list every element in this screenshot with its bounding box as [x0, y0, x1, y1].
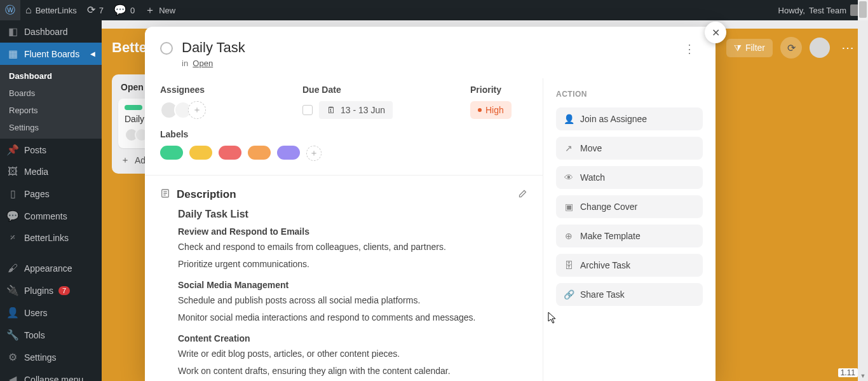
submenu-dashboard[interactable]: Dashboard [0, 67, 102, 85]
updates-link[interactable]: ⟳7 [82, 0, 109, 20]
desc-paragraph: Monitor social media interactions and re… [178, 311, 527, 324]
label-chip[interactable] [189, 146, 212, 160]
menu-media[interactable]: 🖾Media [0, 161, 102, 183]
action-make-template[interactable]: ⊕Make Template [556, 225, 703, 247]
task-modal: Daily Task in Open ⋮ Assignees ＋ Due Dat… [145, 27, 715, 381]
action-watch[interactable]: 👁Watch [556, 166, 703, 189]
updates-count: 7 [99, 6, 104, 15]
archive-icon: 🗄 [564, 260, 574, 270]
priority-dot-icon [478, 108, 482, 112]
action-move[interactable]: ↗Move [556, 137, 703, 160]
task-location: in Open [182, 59, 670, 68]
pin-icon: 📌 [6, 144, 19, 156]
brush-icon: 🖌 [6, 263, 19, 274]
desc-list-title: Daily Task List [178, 209, 527, 220]
menu-pages[interactable]: ▯Pages [0, 183, 102, 205]
menu-posts[interactable]: 📌Posts [0, 139, 102, 161]
menu-settings[interactable]: ⚙Settings [0, 346, 102, 368]
labels-row: ＋ [160, 146, 527, 161]
menu-fluent-boards[interactable]: ▦Fluent Boards◀ [0, 43, 102, 65]
task-title[interactable]: Daily Task [182, 39, 670, 56]
wp-admin-sidebar: ◧Dashboard ▦Fluent Boards◀ Dashboard Boa… [0, 20, 102, 381]
desc-paragraph: Work on content drafts, ensuring they al… [178, 364, 527, 378]
menu-tools[interactable]: 🔧Tools [0, 324, 102, 346]
modal-close-button[interactable]: ✕ [705, 22, 726, 43]
media-icon: 🖾 [6, 166, 19, 177]
desc-section-title: Review and Respond to Emails [178, 226, 527, 237]
action-change-cover[interactable]: ▣Change Cover [556, 195, 703, 218]
wrench-icon: 🔧 [6, 329, 19, 341]
submenu-settings[interactable]: Settings [0, 119, 102, 136]
label-chip[interactable] [219, 146, 241, 160]
scroll-thumb[interactable] [859, 1, 867, 18]
collapse-icon: ◀ [6, 373, 19, 381]
edit-description-button[interactable] [518, 189, 527, 200]
menu-appearance[interactable]: 🖌Appearance [0, 258, 102, 279]
dashboard-icon: ◧ [6, 25, 19, 38]
menu-comments[interactable]: 💬Comments [0, 205, 102, 227]
due-date-checkbox[interactable] [302, 105, 313, 115]
desc-paragraph: Write or edit blog posts, articles, or o… [178, 347, 527, 361]
account-menu[interactable]: Howdy, Test Team [778, 4, 868, 16]
howdy-user: Test Team [809, 6, 846, 15]
due-date-chip[interactable]: 🗓13 - 13 Jun [319, 101, 393, 119]
divider [145, 175, 543, 176]
due-date-label: Due Date [302, 85, 455, 95]
action-join-assignee[interactable]: 👤Join as Assignee [556, 107, 703, 130]
page-icon: ▯ [6, 188, 19, 200]
wp-logo[interactable]: ⓦ [0, 0, 20, 20]
description-body: Daily Task List Review and Respond to Em… [160, 201, 527, 378]
task-more-button[interactable]: ⋮ [679, 39, 700, 59]
chevron-left-icon: ◀ [90, 50, 95, 57]
sliders-icon: ⚙ [6, 351, 19, 363]
eye-icon: 👁 [564, 172, 574, 183]
label-chip[interactable] [277, 146, 300, 160]
action-archive[interactable]: 🗄Archive Task [556, 254, 703, 277]
menu-betterlinks[interactable]: 𝄎BetterLinks [0, 227, 102, 249]
assignees-list: ＋ [160, 101, 287, 119]
howdy-prefix: Howdy, [778, 6, 805, 15]
description-heading: Description [177, 188, 236, 201]
new-label: New [159, 6, 175, 15]
submenu-fluent-boards: Dashboard Boards Reports Settings [0, 65, 102, 139]
labels-label: Labels [160, 129, 527, 139]
menu-dashboard[interactable]: ◧Dashboard [0, 20, 102, 43]
desc-paragraph: Check and respond to emails from colleag… [178, 240, 527, 254]
desc-section-title: Content Creation [178, 333, 527, 343]
plugins-count-badge: 7 [58, 286, 70, 295]
actions-heading: Action [556, 90, 703, 99]
add-label-button[interactable]: ＋ [306, 146, 322, 161]
label-chip[interactable] [248, 146, 271, 160]
stage-link[interactable]: Open [193, 59, 213, 68]
plugin-icon: 🔌 [6, 284, 19, 296]
submenu-reports[interactable]: Reports [0, 102, 102, 119]
desc-section-title: Social Media Management [178, 280, 527, 290]
calendar-icon: 🗓 [327, 105, 336, 115]
task-complete-toggle[interactable] [160, 42, 173, 55]
site-name: BetterLinks [36, 6, 77, 15]
image-icon: ▣ [564, 202, 574, 212]
description-icon [160, 188, 170, 201]
link-icon: 🔗 [564, 289, 574, 300]
desc-paragraph: Prioritize urgent communications. [178, 258, 527, 271]
assignees-label: Assignees [160, 85, 287, 95]
action-share[interactable]: 🔗Share Task [556, 283, 703, 306]
fluent-boards-icon: ▦ [6, 48, 19, 60]
add-assignee-button[interactable]: ＋ [188, 101, 206, 119]
plus-circle-icon: ⊕ [564, 231, 574, 241]
site-home-link[interactable]: ⌂BetterLinks [20, 0, 82, 20]
label-chip[interactable] [160, 146, 183, 160]
submenu-boards[interactable]: Boards [0, 85, 102, 102]
priority-chip[interactable]: High [470, 101, 512, 119]
user-plus-icon: 👤 [564, 114, 574, 124]
comment-icon: 💬 [6, 210, 19, 222]
user-icon: 👤 [6, 307, 19, 319]
comments-link[interactable]: 💬0 [109, 0, 140, 20]
desc-paragraph: Schedule and publish posts across all so… [178, 294, 527, 307]
new-content-link[interactable]: ＋New [140, 0, 180, 20]
collapse-menu[interactable]: ◀Collapse menu [0, 368, 102, 381]
menu-plugins[interactable]: 🔌Plugins7 [0, 279, 102, 301]
comments-count: 0 [130, 6, 135, 15]
menu-users[interactable]: 👤Users [0, 301, 102, 324]
arrow-icon: ↗ [564, 143, 574, 153]
